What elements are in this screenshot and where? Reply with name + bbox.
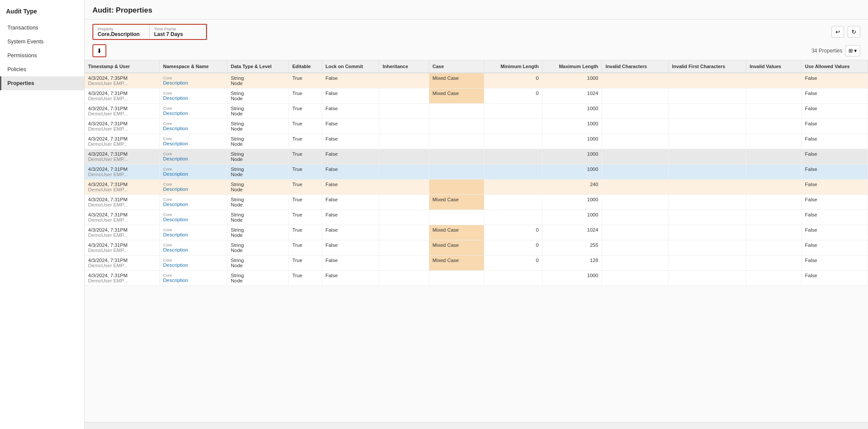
cell-editable: True: [289, 180, 322, 195]
description-link[interactable]: Description: [163, 156, 188, 161]
col-header-invalid-first: Invalid First Characters: [668, 60, 746, 73]
cell-invalid-first: [668, 180, 746, 195]
filter-box[interactable]: Property Core.Description Time Frame Las…: [92, 24, 207, 40]
sidebar-item-label: System Events: [7, 39, 43, 45]
description-link[interactable]: Description: [163, 141, 188, 146]
cell-namespace: Core Description: [159, 164, 227, 180]
description-link[interactable]: Description: [163, 187, 188, 192]
page-title: Audit: Properties: [92, 6, 152, 14]
table-row[interactable]: 4/3/2024, 7:31PM DemoUser EMP... Core De…: [85, 119, 868, 134]
cell-invalid-values: [746, 225, 802, 240]
cell-max-length: 1000: [542, 210, 602, 225]
table-row[interactable]: 4/3/2024, 7:31PM DemoUser EMP... Core De…: [85, 149, 868, 164]
sidebar-item-policies[interactable]: Policies: [0, 62, 84, 76]
cell-lock: False: [322, 119, 379, 134]
description-link[interactable]: Description: [163, 126, 188, 131]
table-row[interactable]: 4/3/2024, 7:31PM DemoUser EMP... Core De…: [85, 88, 868, 104]
table-row[interactable]: 4/3/2024, 7:31PM DemoUser EMP... Core De…: [85, 255, 868, 271]
col-header-editable: Editable: [289, 60, 322, 73]
cell-invalid-chars: [602, 271, 668, 286]
cell-use-allowed: False: [801, 73, 868, 88]
cell-namespace: Core Description: [159, 225, 227, 240]
cell-min-length: 0: [484, 240, 542, 255]
cell-invalid-chars: [602, 255, 668, 271]
cell-case: Mixed Case: [429, 73, 484, 88]
cell-invalid-chars: [602, 149, 668, 164]
cell-timestamp: 4/3/2024, 7:31PM DemoUser EMP...: [85, 88, 159, 104]
property-filter[interactable]: Property Core.Description: [93, 25, 150, 39]
cell-case: Mixed Case: [429, 88, 484, 104]
description-link[interactable]: Description: [163, 247, 188, 252]
table-row[interactable]: 4/3/2024, 7:31PM DemoUser EMP... Core De…: [85, 164, 868, 180]
cell-timestamp: 4/3/2024, 7:31PM DemoUser EMP...: [85, 149, 159, 164]
cell-namespace: Core Description: [159, 88, 227, 104]
cell-invalid-chars: [602, 134, 668, 149]
table-row[interactable]: 4/3/2024, 7:31PM DemoUser EMP... Core De…: [85, 104, 868, 119]
sidebar-item-transactions[interactable]: Transactions: [0, 21, 84, 35]
cell-max-length: 1000: [542, 134, 602, 149]
cell-namespace: Core Description: [159, 271, 227, 286]
property-filter-label: Property: [98, 26, 145, 31]
description-link[interactable]: Description: [163, 202, 188, 207]
description-link[interactable]: Description: [163, 217, 188, 222]
cell-editable: True: [289, 255, 322, 271]
description-link[interactable]: Description: [163, 171, 188, 177]
export-button[interactable]: ⬇: [92, 44, 106, 57]
cell-max-length: 128: [542, 255, 602, 271]
table-row[interactable]: 4/3/2024, 7:31PM DemoUser EMP... Core De…: [85, 240, 868, 255]
cell-invalid-values: [746, 104, 802, 119]
table-row[interactable]: 4/3/2024, 7:31PM DemoUser EMP... Core De…: [85, 210, 868, 225]
cell-editable: True: [289, 149, 322, 164]
description-link[interactable]: Description: [163, 262, 188, 268]
description-link[interactable]: Description: [163, 95, 188, 101]
cell-namespace: Core Description: [159, 255, 227, 271]
description-link[interactable]: Description: [163, 80, 188, 85]
table-row[interactable]: 4/3/2024, 7:31PM DemoUser EMP... Core De…: [85, 225, 868, 240]
cell-inheritance: [379, 195, 429, 210]
cell-max-length: 1000: [542, 195, 602, 210]
chevron-down-icon: ▾: [854, 48, 857, 54]
cell-lock: False: [322, 255, 379, 271]
cell-timestamp: 4/3/2024, 7:31PM DemoUser EMP...: [85, 195, 159, 210]
cell-lock: False: [322, 149, 379, 164]
sidebar-item-permissions[interactable]: Permissions: [0, 49, 84, 62]
description-link[interactable]: Description: [163, 111, 188, 116]
cell-invalid-values: [746, 180, 802, 195]
cell-datatype: String Node: [227, 134, 289, 149]
data-table-container[interactable]: Timestamp & User Namespace & Name Data T…: [85, 60, 868, 422]
description-link[interactable]: Description: [163, 232, 188, 237]
redo-button[interactable]: ↻: [848, 26, 860, 38]
cell-timestamp: 4/3/2024, 7:31PM DemoUser EMP...: [85, 240, 159, 255]
table-row[interactable]: 4/3/2024, 7:35PM DemoUser EMP... Core De…: [85, 73, 868, 88]
col-header-case: Case: [429, 60, 484, 73]
grid-icon: ⊞: [848, 48, 853, 54]
cell-max-length: 255: [542, 240, 602, 255]
cell-max-length: 1000: [542, 149, 602, 164]
sidebar-item-label: Permissions: [7, 52, 37, 59]
col-header-inheritance: Inheritance: [379, 60, 429, 73]
cell-timestamp: 4/3/2024, 7:31PM DemoUser EMP...: [85, 210, 159, 225]
sidebar-item-properties[interactable]: Properties: [0, 76, 84, 90]
undo-button[interactable]: ↩: [832, 26, 844, 38]
cell-invalid-chars: [602, 73, 668, 88]
grid-toggle-button[interactable]: ⊞ ▾: [845, 45, 860, 56]
table-row[interactable]: 4/3/2024, 7:31PM DemoUser EMP... Core De…: [85, 134, 868, 149]
cell-lock: False: [322, 271, 379, 286]
cell-case: Mixed Case: [429, 225, 484, 240]
cell-invalid-values: [746, 73, 802, 88]
sidebar-item-system-events[interactable]: System Events: [0, 35, 84, 49]
table-row[interactable]: 4/3/2024, 7:31PM DemoUser EMP... Core De…: [85, 271, 868, 286]
cell-lock: False: [322, 225, 379, 240]
description-link[interactable]: Description: [163, 278, 188, 283]
cell-editable: True: [289, 210, 322, 225]
sidebar-item-label: Properties: [7, 80, 34, 86]
table-row[interactable]: 4/3/2024, 7:31PM DemoUser EMP... Core De…: [85, 195, 868, 210]
cell-namespace: Core Description: [159, 195, 227, 210]
cell-editable: True: [289, 195, 322, 210]
cell-case: Mixed Case: [429, 195, 484, 210]
col-header-invalid-values: Invalid Values: [746, 60, 802, 73]
property-filter-value: Core.Description: [98, 31, 140, 37]
cell-namespace: Core Description: [159, 104, 227, 119]
timeframe-filter[interactable]: Time Frame Last 7 Days: [150, 25, 206, 39]
table-row[interactable]: 4/3/2024, 7:31PM DemoUser EMP... Core De…: [85, 180, 868, 195]
